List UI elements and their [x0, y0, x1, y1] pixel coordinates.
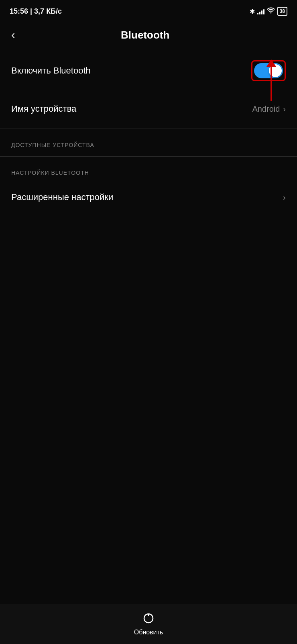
- enable-bluetooth-row[interactable]: Включить Bluetooth: [0, 49, 297, 92]
- wifi-icon: [267, 7, 275, 15]
- device-name-label: Имя устройства: [11, 104, 76, 114]
- back-button[interactable]: ‹: [8, 25, 18, 45]
- status-bar: 15:56 | 3,7 КБ/с ✱ 38: [0, 0, 297, 21]
- device-name-value: Android ›: [252, 104, 286, 114]
- top-bar: ‹ Bluetooth: [0, 21, 297, 49]
- divider-2: [0, 156, 297, 157]
- status-icons: ✱ 38: [250, 7, 287, 16]
- refresh-label: Обновить: [134, 629, 163, 636]
- network-speed: 3,7 КБ/с: [34, 7, 62, 15]
- content: Включить Bluetooth Имя устройства Androi…: [0, 49, 297, 214]
- advanced-settings-label: Расширенные настройки: [11, 192, 113, 202]
- time-text: 15:56: [10, 7, 28, 15]
- status-time: 15:56 | 3,7 КБ/с: [10, 7, 62, 16]
- battery-level: 38: [280, 8, 285, 14]
- chevron-right-icon: ›: [283, 104, 286, 114]
- bluetooth-status-icon: ✱: [250, 8, 255, 15]
- arrow-annotation: [266, 59, 276, 101]
- arrow-line: [271, 67, 272, 101]
- page-title: Bluetooth: [21, 29, 269, 41]
- separator: |: [30, 7, 34, 15]
- refresh-icon: [142, 612, 155, 627]
- advanced-settings-row[interactable]: Расширенные настройки ›: [0, 181, 297, 214]
- battery-icon: 38: [277, 7, 287, 16]
- bluetooth-settings-header: НАСТРОЙКИ BLUETOOTH: [0, 160, 297, 181]
- advanced-chevron-icon: ›: [283, 193, 286, 202]
- bottom-bar[interactable]: Обновить: [0, 604, 297, 644]
- device-name-row[interactable]: Имя устройства Android ›: [0, 92, 297, 125]
- available-devices-header: ДОСТУПНЫЕ УСТРОЙСТВА: [0, 132, 297, 153]
- enable-bluetooth-label: Включить Bluetooth: [11, 65, 91, 76]
- divider-1: [0, 129, 297, 129]
- device-name-text: Android: [252, 104, 280, 114]
- signal-bars-icon: [257, 8, 264, 14]
- arrow-head-icon: [266, 59, 276, 67]
